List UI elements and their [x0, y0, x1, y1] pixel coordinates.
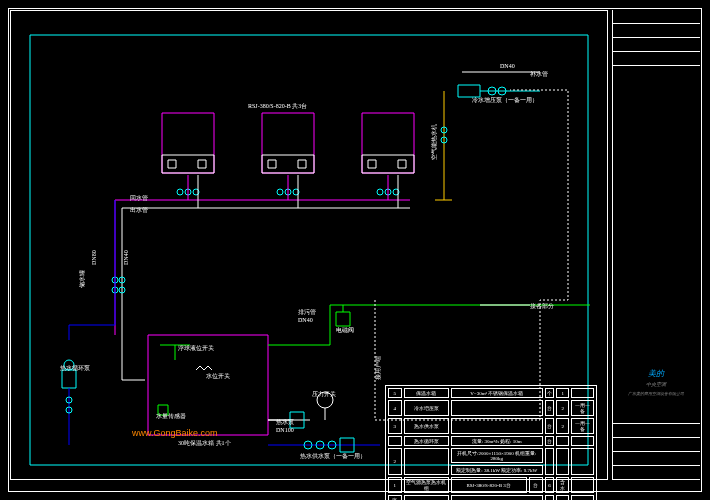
svg-rect-3: [198, 160, 206, 168]
svg-rect-21: [458, 85, 480, 97]
hotloop-label: 热水循环泵: [60, 365, 90, 371]
dn100-label: DN100: [276, 427, 294, 433]
dn40-label: DN40: [500, 63, 515, 69]
supply-pipe-label: 回水管: [130, 195, 148, 201]
svg-rect-16: [368, 160, 376, 168]
airsource-label: 空气能热水机: [430, 124, 437, 160]
watermark: www.GongBaike.com: [132, 428, 218, 438]
drain-line: [268, 305, 590, 345]
dn80-label: DN80: [91, 250, 97, 265]
svg-point-11: [277, 189, 283, 195]
return-drop: [122, 208, 172, 380]
drain-label: 排污管: [298, 309, 316, 315]
to-users-label: 接各部分: [530, 302, 554, 309]
svg-rect-17: [398, 160, 406, 168]
float-label: 浮球液位开关: [178, 344, 214, 351]
svg-rect-2: [168, 160, 176, 168]
svg-rect-40: [62, 370, 76, 388]
tb-r1: [613, 10, 700, 24]
hot-supply-label: 热水供水泵（一备一用）: [300, 453, 366, 460]
equipment-table: 5保温水箱V=30m³ 不锈钢保温水箱个1 4冷水增压泵台2一用一备 3热水供水…: [385, 385, 597, 500]
title-block: 美的 中央空调 广东美的商用空调设备有限公司: [612, 10, 700, 480]
makeup-water: [435, 72, 540, 200]
cold-pump-label: 冷水增压泵（一备一用）: [472, 97, 538, 104]
unit-label: RSJ-380/S-820-B 共3台: [248, 103, 307, 109]
dn40-label-2: DN40: [123, 250, 129, 265]
solenoid-valve: [336, 312, 350, 326]
to-user-label: 接用户端: [374, 356, 381, 380]
left-l1: 储水罐: [79, 270, 85, 288]
supply-pump-label: 热水泵: [276, 419, 294, 425]
svg-rect-9: [268, 160, 276, 168]
company-logo: 美的 中央空调 广东美的商用空调设备有限公司: [614, 368, 698, 396]
tb-r4: [613, 52, 700, 66]
schematic-svg: RSJ-380/S-820-B 共3台 DN40 补水管 冷水增压泵（一备一用）…: [0, 0, 710, 500]
supply-drop: [115, 200, 172, 335]
return-pipe-label: 出水管: [130, 207, 148, 213]
svg-point-4: [177, 189, 183, 195]
svg-point-18: [377, 189, 383, 195]
user-boundary: [375, 90, 568, 420]
dn40-b: DN40: [298, 317, 313, 323]
level-label: 水位开关: [206, 372, 230, 379]
hot-loop-pump: [62, 200, 115, 445]
makeup-pipe-label: 补水管: [530, 70, 548, 77]
sensor-label: 水量传感器: [156, 413, 186, 419]
tb-r3: [613, 38, 700, 52]
solenoid-label: 电磁阀: [336, 327, 354, 333]
pressure-label: 压力开关: [312, 390, 336, 397]
tank-name: 30吨保温水箱 共1个: [178, 440, 231, 446]
svg-rect-10: [298, 160, 306, 168]
tb-r2: [613, 24, 700, 38]
